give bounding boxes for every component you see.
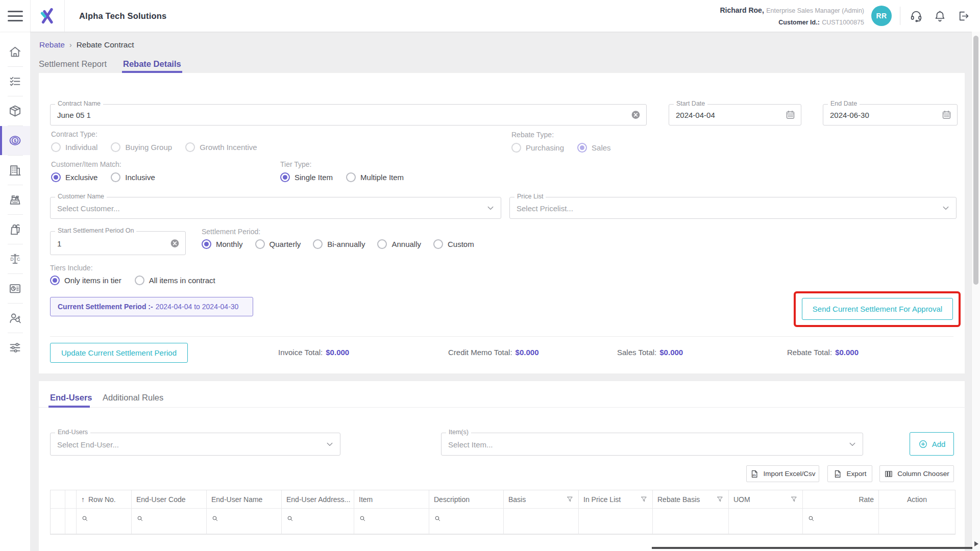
chevron-down-icon[interactable] bbox=[485, 203, 496, 213]
radio-option-exclusive[interactable]: Exclusive bbox=[51, 172, 97, 182]
radio-option-only-items-in-tier[interactable]: Only items in tier bbox=[50, 276, 121, 285]
tab-rebate-details[interactable]: Rebate Details bbox=[123, 59, 181, 69]
radio-option-multiple-item[interactable]: Multiple Item bbox=[346, 172, 404, 182]
price-list-select[interactable]: Price List Select Pricelist... bbox=[509, 197, 957, 219]
tab-settlement-report[interactable]: Settlement Report bbox=[39, 59, 107, 69]
column-header-item[interactable]: Item bbox=[354, 490, 429, 509]
horizontal-scrollbar-thumb[interactable] bbox=[652, 547, 972, 549]
filter-funnel-icon[interactable] bbox=[566, 495, 574, 503]
app-logo[interactable] bbox=[30, 0, 65, 32]
column-chooser-button[interactable]: Column Chooser bbox=[879, 465, 954, 482]
update-current-settlement-period-button[interactable]: Update Current Settlement Period bbox=[50, 343, 188, 363]
logout-icon[interactable] bbox=[951, 6, 975, 26]
sidebar-item-report-card[interactable] bbox=[0, 274, 30, 303]
radio-option-monthly[interactable]: Monthly bbox=[202, 239, 243, 249]
search-icon[interactable] bbox=[81, 515, 89, 522]
contract-name-field[interactable]: Contract Name June 05 1 bbox=[50, 104, 647, 126]
radio-button[interactable] bbox=[51, 172, 61, 182]
column-header-end-user-code[interactable]: End-User Code bbox=[132, 490, 207, 509]
export-button[interactable]: xls Export bbox=[827, 465, 872, 482]
radio-button[interactable] bbox=[377, 239, 387, 249]
sidebar-item-rebate[interactable]: $ bbox=[0, 126, 30, 155]
search-icon[interactable] bbox=[434, 515, 442, 522]
filter-cell-row-no[interactable] bbox=[77, 509, 132, 534]
notifications-bell-icon[interactable] bbox=[928, 6, 951, 26]
start-settlement-period-on-field[interactable]: Start Settlement Period On 1 bbox=[50, 231, 186, 255]
sidebar-item-cash-register[interactable] bbox=[0, 185, 30, 214]
support-headset-icon[interactable] bbox=[904, 6, 928, 26]
radio-option-inclusive[interactable]: Inclusive bbox=[111, 172, 155, 182]
filter-funnel-icon[interactable] bbox=[790, 495, 798, 503]
column-header-in-price-list[interactable]: In Price List bbox=[579, 490, 653, 509]
radio-button[interactable] bbox=[313, 239, 323, 249]
column-header-basis[interactable]: Basis bbox=[504, 490, 579, 509]
radio-button[interactable] bbox=[111, 172, 120, 182]
radio-button[interactable] bbox=[280, 172, 290, 182]
filter-cell-end-user-code[interactable] bbox=[132, 509, 207, 534]
filter-cell-end-user-name[interactable] bbox=[207, 509, 282, 534]
end-date-field[interactable]: End Date 2024-06-30 bbox=[823, 104, 958, 126]
filter-cell-rate[interactable] bbox=[803, 509, 879, 534]
filter-funnel-icon[interactable] bbox=[640, 495, 648, 503]
add-button[interactable]: Add bbox=[910, 432, 954, 456]
search-icon[interactable] bbox=[359, 515, 366, 522]
scrollbar-right-arrow[interactable] bbox=[974, 541, 978, 546]
radio-option-single-item[interactable]: Single Item bbox=[280, 172, 333, 182]
filter-cell-description[interactable] bbox=[429, 509, 504, 534]
radio-button[interactable] bbox=[135, 276, 144, 285]
customer-name-select[interactable]: Customer Name Select Customer... bbox=[50, 197, 501, 219]
chevron-down-icon[interactable] bbox=[325, 439, 335, 449]
sidebar-item-checklist[interactable] bbox=[0, 67, 30, 96]
search-icon[interactable] bbox=[136, 515, 144, 522]
breadcrumb-rebate-link[interactable]: Rebate bbox=[39, 40, 65, 49]
sidebar-item-shopping-bag[interactable] bbox=[0, 215, 30, 244]
sidebar-item-home[interactable] bbox=[0, 37, 30, 66]
sidebar-item-balance-scale[interactable]: DC bbox=[0, 244, 30, 273]
radio-option-all-items-in-contract[interactable]: All items in contract bbox=[135, 276, 215, 285]
tab-end-users[interactable]: End-Users bbox=[50, 393, 92, 403]
chevron-down-icon[interactable] bbox=[941, 203, 951, 213]
column-header-description[interactable]: Description bbox=[429, 490, 504, 509]
column-header-end-user-name[interactable]: End-User Name bbox=[207, 490, 282, 509]
radio-option-bi-annually[interactable]: Bi-annually bbox=[313, 239, 365, 249]
filter-cell-end-user-address[interactable] bbox=[282, 509, 354, 534]
avatar[interactable]: RR bbox=[871, 6, 892, 26]
filter-cell-item[interactable] bbox=[354, 509, 429, 534]
calendar-icon[interactable] bbox=[785, 110, 796, 120]
calendar-icon[interactable] bbox=[941, 110, 952, 120]
clear-icon[interactable] bbox=[630, 110, 641, 120]
items-select[interactable]: Item(s) Select Item... bbox=[441, 433, 863, 456]
import-excel-csv-button[interactable]: xls Import Excel/Csv bbox=[746, 465, 819, 482]
column-header-rate[interactable]: Rate bbox=[803, 490, 879, 509]
chevron-down-icon[interactable] bbox=[847, 439, 857, 449]
filter-funnel-icon[interactable] bbox=[716, 495, 724, 503]
sidebar-item-user-search[interactable] bbox=[0, 304, 30, 333]
vertical-scrollbar[interactable] bbox=[971, 32, 980, 551]
radio-button[interactable] bbox=[433, 239, 443, 249]
radio-button[interactable] bbox=[255, 239, 265, 249]
tab-additional-rules[interactable]: Additional Rules bbox=[103, 393, 163, 403]
vertical-scrollbar-thumb[interactable] bbox=[973, 36, 978, 285]
end-users-select[interactable]: End-Users Select End-User... bbox=[50, 433, 340, 456]
column-header-uom[interactable]: UOM bbox=[729, 490, 803, 509]
clear-icon[interactable] bbox=[169, 238, 180, 248]
radio-option-custom[interactable]: Custom bbox=[433, 239, 474, 249]
send-current-settlement-for-approval-button[interactable]: Send Current Settlement For Approval bbox=[802, 298, 953, 320]
hamburger-menu-icon[interactable] bbox=[8, 11, 23, 21]
search-icon[interactable] bbox=[807, 515, 815, 522]
search-icon[interactable] bbox=[286, 515, 294, 522]
sidebar-item-organization[interactable] bbox=[0, 156, 30, 185]
column-header-action[interactable]: Action bbox=[879, 490, 955, 509]
column-header-row-no[interactable]: ↑Row No. bbox=[77, 490, 132, 509]
column-header-end-user-address[interactable]: End-User Address... bbox=[282, 490, 354, 509]
sidebar-item-filter-sliders[interactable] bbox=[0, 333, 30, 362]
start-date-field[interactable]: Start Date 2024-04-04 bbox=[669, 104, 801, 126]
radio-option-quarterly[interactable]: Quarterly bbox=[255, 239, 301, 249]
sidebar-item-package[interactable] bbox=[0, 96, 30, 126]
radio-option-annually[interactable]: Annually bbox=[377, 239, 421, 249]
search-icon[interactable] bbox=[211, 515, 219, 522]
radio-button[interactable] bbox=[50, 276, 60, 285]
radio-button[interactable] bbox=[346, 172, 356, 182]
column-header-rebate-basis[interactable]: Rebate Basis bbox=[653, 490, 729, 509]
sort-asc-icon[interactable]: ↑ bbox=[81, 495, 85, 504]
